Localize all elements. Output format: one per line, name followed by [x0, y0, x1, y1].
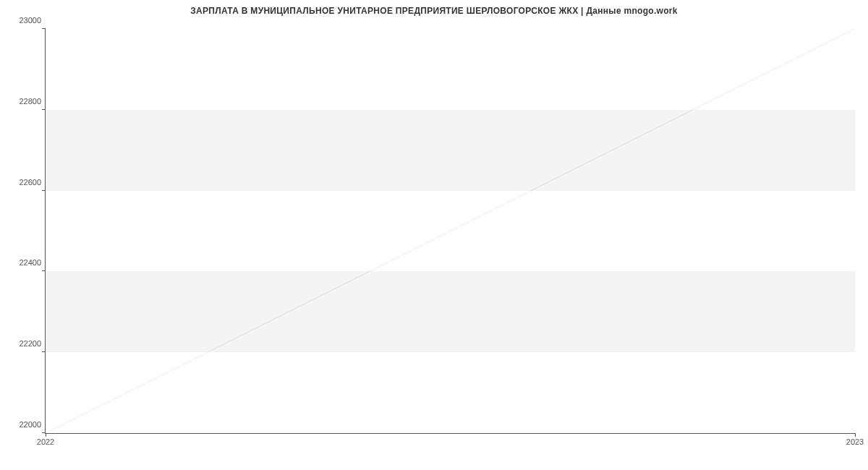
x-tick-label: 2023 [846, 437, 864, 446]
x-tick-mark [855, 433, 856, 437]
svg-line-0 [46, 29, 855, 433]
x-tick-label: 2022 [37, 437, 54, 446]
y-tick-label: 22800 [19, 97, 41, 106]
chart-title: ЗАРПЛАТА В МУНИЦИПАЛЬНОЕ УНИТАРНОЕ ПРЕДП… [0, 0, 868, 16]
chart-plot-area: 22000 22200 22400 22600 22800 23000 2022… [45, 29, 855, 434]
y-tick-label: 22200 [19, 339, 41, 348]
y-tick-label: 23000 [19, 16, 41, 25]
y-tick-label: 22600 [19, 178, 41, 187]
line-series [46, 29, 855, 433]
x-tick-mark [46, 433, 46, 437]
y-tick-label: 22400 [19, 258, 41, 267]
y-tick-label: 22000 [19, 420, 41, 429]
plot-box: 22000 22200 22400 22600 22800 23000 2022… [45, 29, 855, 434]
